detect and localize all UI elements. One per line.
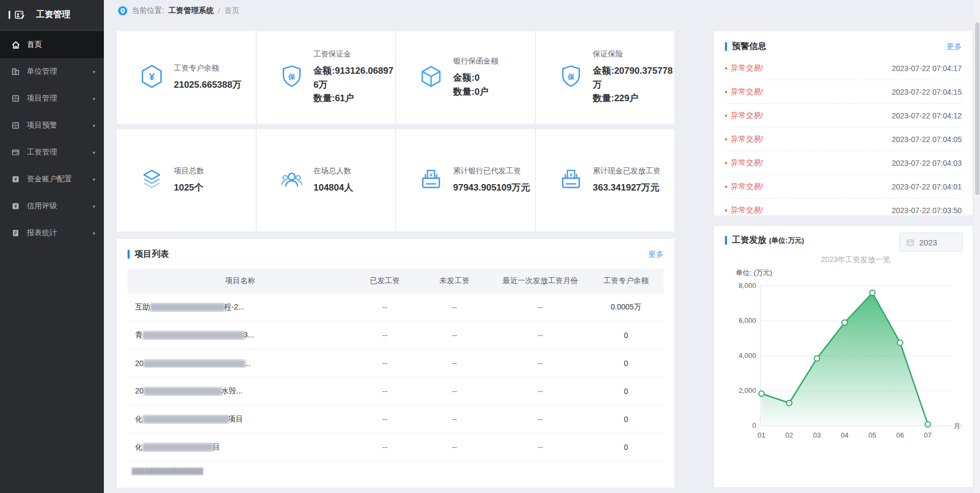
- alert-text: 异常交易!: [725, 206, 763, 215]
- table-row[interactable]: 青██████████████████████████3...------0: [128, 321, 664, 349]
- left-column: ¥工资专户余额21025.665388万保工资保证金金额:913126.0689…: [117, 31, 674, 488]
- alert-text: 异常交易!: [725, 64, 763, 73]
- redacted-text: ██████████████████████████: [143, 331, 243, 339]
- svg-text:单位: (万元): 单位: (万元): [736, 269, 772, 277]
- stat-card-project-total: 项目总数1025个: [117, 129, 256, 231]
- sidebar-item-label: 信用评级: [27, 201, 57, 211]
- table-row[interactable]: 20████████████████████水毁...------0: [128, 377, 664, 405]
- stat-card-bank-paid-total: ¥累计银行已代发工资97943.905109万元: [396, 129, 535, 231]
- svg-text:¥: ¥: [149, 72, 155, 82]
- alert-text: 异常交易!: [725, 182, 763, 192]
- stat-card-salary-deposit: 保工资保证金金额:913126.068976万数量:61户: [257, 31, 396, 124]
- sidebar-item-salary-mgmt[interactable]: 工资管理▾: [0, 139, 104, 166]
- sidebar-item-project-alert[interactable]: 项目预警▾: [0, 112, 104, 139]
- year-select-value: 2023: [919, 238, 937, 247]
- alerts-more-link[interactable]: 更多: [947, 42, 962, 52]
- shield-bao-icon: 保: [559, 64, 583, 91]
- project-table-body: 互助███████████████████程-2...------0.0005万…: [128, 293, 664, 461]
- redacted-text: ████████████████████: [144, 387, 221, 395]
- breadcrumb-root-link[interactable]: 工资管理系统: [168, 6, 214, 16]
- stat-label: 累计现金已发放工资: [593, 166, 661, 176]
- sidebar-item-fund-account[interactable]: ¥资金账户配置▾: [0, 166, 104, 193]
- stat-label: 保证保险: [593, 50, 675, 59]
- sidebar-item-label: 资金账户配置: [27, 174, 72, 184]
- location-pin-icon: [118, 6, 128, 16]
- calendar-icon: [906, 238, 914, 246]
- balance-cell: 0: [589, 331, 664, 340]
- sidebar-item-label: 工资管理: [27, 147, 57, 157]
- stat-value: 金额:913126.068976万: [314, 64, 396, 91]
- breadcrumb-current[interactable]: 首页: [224, 6, 239, 16]
- unpaid-cell: --: [417, 387, 492, 396]
- svg-text:0: 0: [752, 421, 756, 429]
- table-row[interactable]: 20██████████████████████████...------0: [128, 349, 664, 377]
- stat-value: 1025个: [174, 181, 204, 195]
- table-row[interactable]: 化██████████████████目------0: [128, 433, 664, 461]
- unpaid-cell: --: [417, 415, 492, 424]
- sidebar-item-report-stats[interactable]: 报表统计▾: [0, 220, 104, 246]
- scrollbar-thumb[interactable]: [975, 23, 979, 195]
- stat-card-guarantee-insurance: 保保证保险金额:20790.375778万数量:229户: [536, 31, 675, 124]
- svg-text:03: 03: [813, 431, 821, 439]
- paid-cell: --: [352, 359, 417, 368]
- svg-text:04: 04: [841, 431, 848, 439]
- breadcrumb: 当前位置: 工资管理系统 / 首页: [104, 0, 980, 22]
- alert-dot-icon: [725, 138, 727, 140]
- stat-value: 104804人: [314, 181, 354, 195]
- shield-bao-icon: 保: [279, 64, 304, 91]
- alert-item[interactable]: 异常交易!2023-07-22 07:04:12: [725, 104, 962, 128]
- alert-item[interactable]: 异常交易!2023-07-22 07:04:05: [725, 128, 962, 151]
- svg-text:保: 保: [287, 73, 295, 81]
- layers-icon: [139, 167, 164, 194]
- report-icon: [11, 228, 20, 238]
- fund-icon: ¥: [11, 174, 20, 184]
- chevron-down-icon: ▾: [93, 69, 95, 75]
- table-row[interactable]: 化██████████████████████项目------0: [128, 405, 664, 433]
- sidebar-item-label: 单位管理: [27, 67, 57, 76]
- alert-item[interactable]: 异常交易!2023-07-22 07:04:03: [725, 151, 962, 175]
- alert-item[interactable]: 异常交易!2023-07-22 07:04:15: [725, 80, 962, 104]
- table-row[interactable]: 互助███████████████████程-2...------0.0005万: [128, 293, 664, 321]
- chevron-down-icon: ▾: [93, 203, 95, 209]
- alert-item[interactable]: 异常交易!2023-07-22 07:03:50: [725, 199, 962, 215]
- balance-cell: 0: [589, 387, 664, 396]
- salary-chart-panel: 工资发放 (单位:万元) 2023 2023年工资发放一览单位: (万元)02,…: [714, 226, 972, 487]
- stat-value: 金额:0: [453, 71, 498, 85]
- alert-timestamp: 2023-07-22 07:04:17: [892, 64, 962, 73]
- alert-item[interactable]: 异常交易!2023-07-22 07:04:01: [725, 175, 962, 199]
- chevron-down-icon: ▾: [93, 150, 95, 156]
- stats-row-2: 项目总数1025个在场总人数104804人¥累计银行已代发工资97943.905…: [117, 129, 674, 231]
- sidebar-item-unit-mgmt[interactable]: 单位管理▾: [0, 58, 104, 85]
- breadcrumb-prefix: 当前位置:: [132, 6, 164, 16]
- redacted-text: ███████████████████: [150, 303, 224, 311]
- panel-accent-bar: [725, 42, 727, 51]
- sidebar-item-project-mgmt[interactable]: 项目管理▾: [0, 85, 104, 112]
- svg-text:¥: ¥: [569, 172, 573, 178]
- svg-text:01: 01: [758, 431, 765, 439]
- project-name-cell: 20████████████████████水毁...: [128, 386, 352, 396]
- cabinet-icon: [11, 94, 20, 103]
- project-list-more-link[interactable]: 更多: [648, 250, 664, 259]
- stat-value: 21025.665388万: [174, 78, 242, 92]
- paid-cell: --: [352, 387, 417, 396]
- svg-text:07: 07: [924, 431, 932, 439]
- sidebar-item-credit-rating[interactable]: ¥信用评级▾: [0, 193, 104, 220]
- building-icon: [11, 67, 20, 76]
- svg-text:¥: ¥: [429, 172, 433, 178]
- page-scrollbar[interactable]: [975, 0, 980, 493]
- cabinet-icon: [11, 121, 20, 130]
- app-logo: 工资管理: [0, 0, 104, 30]
- svg-text:06: 06: [896, 431, 904, 439]
- balance-cell: 0: [589, 359, 664, 368]
- year-select[interactable]: 2023: [899, 233, 963, 252]
- svg-text:月份: 月份: [954, 422, 962, 430]
- chevron-down-icon: ▾: [93, 123, 95, 129]
- main-area: 当前位置: 工资管理系统 / 首页 ¥工资专户余额21025.665388万保工…: [104, 0, 980, 493]
- stat-value: 数量:61户: [314, 91, 396, 105]
- alerts-title: 预警信息: [732, 41, 766, 52]
- last-month-cell: --: [492, 443, 588, 452]
- sidebar-item-home[interactable]: 首页: [0, 31, 104, 58]
- alert-timestamp: 2023-07-22 07:03:50: [892, 206, 962, 215]
- svg-text:¥: ¥: [14, 203, 17, 209]
- alert-item[interactable]: 异常交易!2023-07-22 07:04:17: [725, 57, 962, 80]
